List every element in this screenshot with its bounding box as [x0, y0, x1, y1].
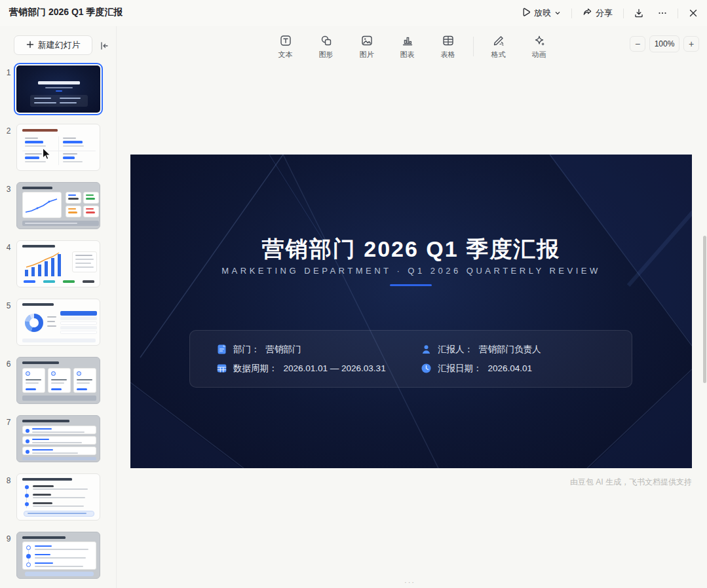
slide-row-3: 3: [0, 182, 117, 240]
tool-image[interactable]: 图片: [351, 30, 383, 60]
tool-text[interactable]: 文本: [270, 30, 301, 60]
slide-number: 8: [4, 476, 13, 485]
slide-row-1: 1: [0, 65, 117, 124]
tool-label: 图片: [360, 50, 374, 60]
info-report-date: 汇报日期：2026.04.01: [421, 359, 605, 378]
calendar-icon: [216, 363, 227, 374]
slide-thumbnail-1[interactable]: [14, 63, 103, 115]
zoom-controls: − 100% +: [630, 35, 699, 52]
tool-label: 图形: [319, 50, 334, 60]
tool-format[interactable]: 格式: [483, 30, 514, 60]
more-icon: [657, 8, 668, 18]
title-underline: [390, 284, 432, 286]
slide-thumbnail-2[interactable]: [16, 124, 100, 171]
tool-label: 图表: [400, 50, 415, 60]
text-icon: [279, 34, 292, 47]
slide-thumbnail-8[interactable]: [16, 473, 100, 521]
titlebar-divider: [678, 9, 678, 18]
slide-thumbnail-9[interactable]: [16, 532, 100, 579]
ai-watermark: 由豆包 AI 生成，飞书文档提供支持: [130, 477, 692, 488]
slide-number: 3: [4, 185, 13, 194]
slide-row-7: 7: [0, 415, 117, 473]
title-bar: 营销部门 2026 Q1 季度汇报 放映 分享: [0, 0, 707, 26]
zoom-level[interactable]: 100%: [649, 35, 679, 52]
new-slide-label: 新建幻灯片: [38, 39, 81, 51]
slide-row-2: 2: [0, 124, 117, 182]
slide-row-8: 8: [0, 473, 117, 532]
editor-canvas: 文本 图形 图片 图表 表格 格式 动画 − 100% +: [117, 26, 707, 588]
download-button[interactable]: [630, 5, 647, 22]
info-department: 部门：营销部门: [216, 340, 401, 359]
slide-number: 9: [4, 534, 13, 543]
slide-row-4: 4: [0, 240, 117, 299]
slide-canvas[interactable]: 营销部门 2026 Q1 季度汇报 MARKETING DEPARTMENT ·…: [130, 155, 692, 468]
slide-row-6: 6: [0, 357, 117, 415]
format-icon: [492, 34, 505, 47]
clock-icon: [421, 363, 432, 374]
plus-icon: [26, 41, 34, 50]
tool-shape[interactable]: 图形: [311, 30, 342, 60]
tool-label: 表格: [441, 50, 455, 60]
info-value: 2026.01.01 — 2026.03.31: [284, 363, 386, 373]
toolbar-divider: [473, 37, 474, 56]
person-icon: [421, 344, 432, 355]
chevron-down-icon: [554, 9, 561, 18]
slide-number: 4: [4, 243, 13, 252]
zoom-in-button[interactable]: +: [683, 36, 699, 52]
tool-label: 格式: [491, 50, 506, 60]
info-label: 部门：: [233, 344, 260, 356]
slide-thumbnail-5[interactable]: [16, 299, 100, 346]
tool-animation[interactable]: 动画: [524, 30, 555, 60]
thumbnail-preview: [16, 65, 100, 113]
info-period: 数据周期：2026.01.01 — 2026.03.31: [216, 359, 401, 378]
share-button[interactable]: 分享: [579, 5, 617, 22]
chart-icon: [401, 34, 414, 47]
play-icon: [521, 7, 531, 19]
share-icon: [583, 7, 592, 19]
tool-label: 动画: [532, 50, 546, 60]
insert-toolbar: 文本 图形 图片 图表 表格 格式 动画: [117, 30, 707, 64]
image-icon: [360, 34, 373, 47]
collapse-icon: [100, 41, 109, 50]
bottom-drag-handle[interactable]: ···: [404, 578, 415, 586]
table-icon: [442, 34, 455, 47]
tool-table[interactable]: 表格: [432, 30, 464, 60]
vertical-scrollbar[interactable]: [703, 236, 706, 383]
share-label: 分享: [596, 7, 613, 19]
zoom-out-button[interactable]: −: [630, 36, 645, 52]
slide-thumbnail-4[interactable]: [16, 240, 100, 287]
download-icon: [634, 8, 644, 18]
animation-icon: [533, 34, 546, 47]
tool-chart[interactable]: 图表: [392, 30, 423, 60]
slide-subtitle[interactable]: MARKETING DEPARTMENT · Q1 2026 QUARTERLY…: [130, 266, 692, 276]
info-value: 营销部门负责人: [479, 344, 541, 356]
more-button[interactable]: [654, 5, 671, 22]
info-reporter: 汇报人：营销部门负责人: [421, 340, 605, 359]
document-icon: [216, 344, 227, 355]
shape-icon: [320, 34, 333, 47]
collapse-panel-button[interactable]: [97, 39, 111, 53]
new-slide-button[interactable]: 新建幻灯片: [14, 35, 92, 55]
slide-number: 6: [4, 359, 13, 369]
titlebar-divider: [571, 9, 572, 18]
slide-number: 7: [4, 418, 13, 427]
slide-title[interactable]: 营销部门 2026 Q1 季度汇报: [130, 234, 692, 265]
slide-info-box[interactable]: 部门：营销部门 汇报人：营销部门负责人 数据周期：2026.01.01 — 20…: [189, 330, 632, 388]
info-value: 2026.04.01: [488, 363, 533, 373]
slide-background-pattern: [130, 155, 692, 468]
slide-number: 5: [4, 301, 13, 310]
slide-row-5: 5: [0, 299, 117, 357]
slide-number: 2: [4, 126, 13, 136]
info-value: 营销部门: [266, 344, 301, 356]
slide-thumbnail-3[interactable]: [16, 182, 100, 229]
close-icon: [689, 9, 698, 18]
play-label: 放映: [534, 7, 551, 19]
document-title: 营销部门 2026 Q1 季度汇报: [9, 7, 123, 18]
play-button[interactable]: 放映: [517, 5, 565, 22]
slide-number: 1: [4, 68, 13, 77]
slide-row-9: 9: [0, 532, 117, 588]
slide-thumbnail-7[interactable]: [16, 415, 100, 462]
slide-thumbnail-6[interactable]: [16, 357, 100, 404]
close-button[interactable]: [685, 5, 702, 22]
titlebar-actions: 放映 分享: [517, 3, 702, 24]
